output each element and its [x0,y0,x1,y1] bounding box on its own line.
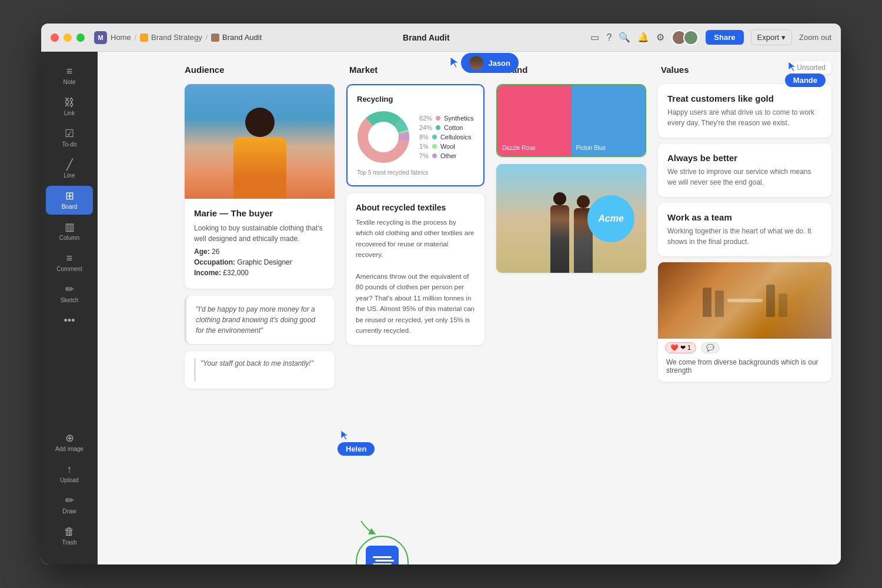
zoom-button[interactable]: Zoom out [799,33,831,42]
column-icon: ▥ [65,222,75,232]
breadcrumb-brand-audit[interactable]: Brand Audit [211,33,262,42]
sidebar-item-more[interactable]: ••• [46,310,93,330]
reaction-count: ❤ 1 [680,344,691,352]
sidebar-item-comment[interactable]: ≡ Comment [46,248,93,277]
brand-strategy-dot [140,34,148,42]
people-silhouettes [550,205,593,273]
industry-arrow [358,518,382,536]
sketch-icon: ✏ [65,284,74,295]
cards-container: Marie — The buyer Looking to buy sustain… [185,84,831,555]
avatar-group [671,30,699,45]
heart-icon: ❤️ [670,344,679,352]
legend-cotton: 24% Cotton [419,124,474,131]
value-2-card: Always be better We strive to improve ou… [658,143,831,197]
sidebar-item-upload[interactable]: ↑ Upload [46,459,93,488]
team-image-card: ❤️ ❤ 1 💬 We come from diverse background… [658,262,831,382]
search-icon[interactable]: 🔍 [619,32,630,43]
sidebar-item-draw[interactable]: ✏ Draw [46,490,93,519]
cotton-dot [436,125,440,130]
industry-circle [356,536,409,564]
quote-text-2: "Your staff got back to me instantly!" [201,358,313,369]
chart-legend: 62% Synthetics 24% Cotton [419,115,474,159]
todo-icon: ☑ [65,128,74,139]
breadcrumb-home[interactable]: M Home [94,31,131,44]
desert-scene: Acme [496,164,646,273]
industry-stats-container: Industry statistics 10 Words [352,536,413,564]
comment-reaction[interactable]: 💬 [701,342,720,353]
brand-color-card: Dazzle Rose Picton Blue [496,84,646,157]
breadcrumb-brand-strategy[interactable]: Brand Strategy [140,33,202,42]
column-headers: Audience Market Brand Values [185,65,689,75]
sidebar-item-note[interactable]: ≡ Note [46,61,93,90]
team-image [658,262,831,339]
cotton-label: Cotton [444,124,463,131]
help-icon[interactable]: ? [606,32,612,43]
sidebar-item-addimage[interactable]: ⊕ Add image [46,428,93,457]
industry-icon [366,546,399,564]
brand-logo-card: Acme [496,164,646,273]
canvas-area[interactable]: Unsorted Audience Market Brand Values [98,52,841,564]
chevron-down-icon: ▾ [781,33,786,42]
team-reactions: ❤️ ❤ 1 💬 [658,339,831,356]
persona-age: Age: 26 [194,248,325,256]
maximize-button[interactable] [76,34,85,42]
chart-title: Recycling [357,95,474,103]
sidebar-item-sketch[interactable]: ✏ Sketch [46,279,93,308]
line-icon: ╱ [66,159,73,170]
persona-income: Income: £32,000 [194,269,325,277]
persona-desc: Looking to buy sustainable clothing that… [194,223,325,244]
sidebar-item-column[interactable]: ▥ Column [46,217,93,246]
wool-label: Wool [440,143,455,150]
helen-cursor: Helen [338,429,375,456]
sidebar-item-trash[interactable]: 🗑 Trash [46,522,93,550]
value-1-text: Happy users are what drive us to come to… [667,107,822,128]
quote-card-1: "I'd be happy to pay more money for a cl… [185,296,335,344]
settings-icon[interactable]: ⚙ [656,32,664,43]
sidebar-item-line[interactable]: ╱ Line [46,155,93,183]
home-label[interactable]: Home [111,33,131,42]
value-3-card: Work as a team Working together is the h… [658,203,831,256]
upload-icon: ↑ [67,464,72,475]
picton-blue-swatch: Picton Blue [572,85,646,156]
cellulosics-label: Cellulosics [440,133,472,141]
avatar-2 [683,30,699,45]
main-layout: ≡ Note ⛓ Link ☑ To-do ╱ Line ⊞ Board ▥ C… [41,52,841,564]
value-1-title: Treat customers like gold [667,93,822,103]
draw-label: Draw [62,508,76,514]
audience-column: Marie — The buyer Looking to buy sustain… [185,84,335,555]
sidebar-item-board[interactable]: ⊞ Board [46,186,93,215]
draw-icon: ✏ [65,495,74,506]
sketch-label: Sketch [61,297,79,303]
breadcrumb-sep2: / [206,34,208,42]
synthetics-dot [436,116,440,121]
sidebar-item-todo[interactable]: ☑ To-do [46,123,93,152]
device-icon[interactable]: ▭ [590,32,599,43]
acme-logo-text: Acme [598,213,624,224]
notification-icon[interactable]: 🔔 [637,32,649,43]
person-1 [550,205,569,273]
share-button[interactable]: Share [706,30,743,45]
quote-text-1: "I'd be happy to pay more money for a cl… [196,304,325,336]
brand-header: Brand [502,65,661,75]
close-button[interactable] [51,34,59,42]
values-header: Values [661,65,689,75]
export-button[interactable]: Export ▾ [751,29,793,45]
link-icon: ⛓ [64,97,75,108]
heart-reaction[interactable]: ❤️ ❤ 1 [665,342,696,353]
quote-bar [194,358,196,382]
more-icon: ••• [64,315,75,326]
textiles-body: Textile recycling is the process by whic… [356,217,475,336]
value-3-title: Work as a team [667,212,822,222]
board-label: Board [62,203,78,210]
donut-chart [357,111,410,163]
other-dot [432,153,437,158]
todo-label: To-do [62,141,76,148]
market-column: Jason Recycling [346,84,485,555]
brand-audit-label[interactable]: Brand Audit [222,33,262,42]
legend-synthetics: 62% Synthetics [419,115,474,122]
sidebar-item-link[interactable]: ⛓ Link [46,92,93,121]
brand-strategy-label[interactable]: Brand Strategy [151,33,202,42]
trash-icon: 🗑 [64,526,75,537]
minimize-button[interactable] [64,34,72,42]
trash-label: Trash [62,539,76,546]
